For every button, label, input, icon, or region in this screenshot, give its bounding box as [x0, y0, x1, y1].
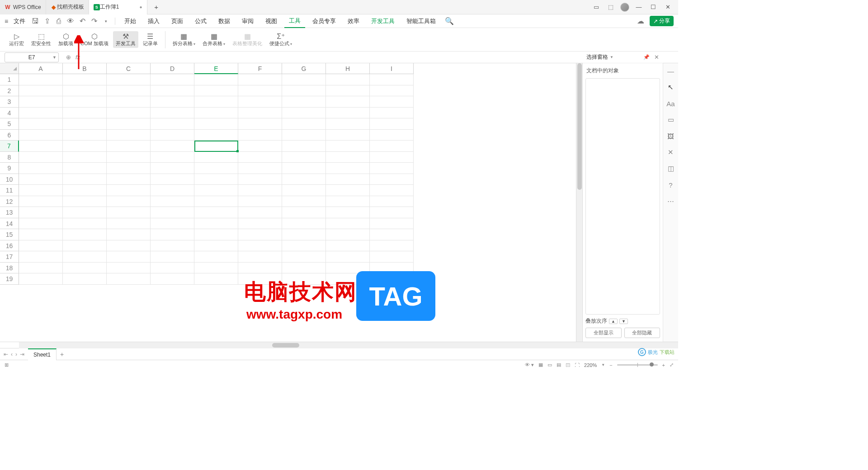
cell[interactable] [151, 141, 194, 152]
row-header[interactable]: 15 [0, 229, 19, 240]
hide-all-button[interactable]: 全部隐藏 [624, 328, 660, 338]
chevron-down-icon[interactable]: ▼ [52, 55, 57, 60]
cell[interactable] [326, 218, 370, 230]
cell[interactable] [151, 152, 194, 163]
show-all-button[interactable]: 全部显示 [585, 328, 622, 338]
cell[interactable] [151, 240, 194, 252]
menu-view[interactable]: 视图 [261, 14, 282, 28]
row-header[interactable]: 14 [0, 218, 19, 230]
add-sheet-button[interactable]: + [57, 351, 67, 358]
row-header[interactable]: 3 [0, 96, 19, 108]
panel-icon[interactable]: ▭ [666, 115, 676, 125]
cell[interactable] [19, 196, 63, 207]
cell[interactable] [107, 141, 151, 152]
cell[interactable] [63, 263, 107, 274]
row-header[interactable]: 5 [0, 118, 19, 130]
col-header-A[interactable]: A [19, 63, 63, 74]
chevron-down-icon[interactable]: ▼ [610, 55, 613, 59]
cell[interactable] [370, 218, 414, 230]
cell[interactable] [107, 263, 151, 274]
cell[interactable] [19, 141, 63, 152]
cell[interactable] [282, 174, 326, 185]
cell[interactable] [238, 85, 282, 97]
cell[interactable] [19, 251, 63, 263]
cell[interactable] [326, 130, 370, 141]
cell[interactable] [107, 218, 151, 230]
cell[interactable] [194, 263, 238, 274]
menu-data[interactable]: 数据 [214, 14, 235, 28]
cell[interactable] [238, 163, 282, 174]
cell[interactable] [63, 240, 107, 252]
cell[interactable] [282, 74, 326, 85]
cell[interactable] [19, 174, 63, 185]
hamburger-icon[interactable]: ≡ [5, 18, 8, 25]
share-button[interactable]: ↗分享 [650, 16, 674, 26]
cell[interactable] [194, 74, 238, 85]
search-fx-icon[interactable]: ⊕ [66, 54, 71, 61]
cell[interactable] [107, 174, 151, 185]
cell[interactable] [107, 118, 151, 130]
cell[interactable] [238, 130, 282, 141]
qat-undo-icon[interactable]: ↶ [78, 17, 87, 26]
fullscreen-icon[interactable]: ⛶ [575, 362, 580, 367]
cell[interactable] [370, 229, 414, 240]
cell[interactable] [326, 263, 370, 274]
grid-icon[interactable]: ▦ [538, 362, 543, 367]
qat-print-icon[interactable]: ⎙ [54, 17, 63, 26]
cell[interactable] [238, 207, 282, 218]
view-normal-icon[interactable]: ▭ [547, 362, 552, 367]
tab-templates[interactable]: ◆ 找稻壳模板 [46, 0, 89, 14]
cell[interactable] [238, 174, 282, 185]
cell[interactable] [194, 152, 238, 163]
cell[interactable] [282, 141, 326, 152]
user-avatar[interactable] [620, 3, 629, 12]
vertical-scrollbar[interactable] [576, 63, 582, 342]
menu-insert[interactable]: 插入 [143, 14, 164, 28]
cell[interactable] [151, 207, 194, 218]
up-button[interactable]: ▲ [609, 319, 618, 324]
zoom-in-button[interactable]: + [662, 362, 665, 367]
cell[interactable] [63, 273, 107, 285]
qat-save-icon[interactable]: 🖫 [31, 17, 40, 26]
zoom-knob[interactable] [650, 362, 654, 367]
cell[interactable] [370, 108, 414, 119]
cell[interactable] [151, 163, 194, 174]
cell[interactable] [63, 152, 107, 163]
cell[interactable] [194, 163, 238, 174]
cell[interactable] [326, 185, 370, 196]
cell[interactable] [151, 251, 194, 263]
cell[interactable] [282, 273, 326, 285]
cell[interactable] [63, 163, 107, 174]
cell[interactable] [326, 163, 370, 174]
cell[interactable] [370, 174, 414, 185]
cell[interactable] [19, 263, 63, 274]
menu-smart[interactable]: 智能工具箱 [402, 14, 440, 28]
cell[interactable] [326, 118, 370, 130]
cell[interactable] [282, 163, 326, 174]
cell[interactable] [151, 85, 194, 97]
row-header[interactable]: 17 [0, 251, 19, 263]
cell[interactable] [151, 96, 194, 108]
status-left-icon[interactable]: ⊞ [5, 362, 9, 367]
cell[interactable] [19, 74, 63, 85]
cell[interactable] [282, 207, 326, 218]
cell[interactable] [194, 118, 238, 130]
cell[interactable] [194, 174, 238, 185]
row-header[interactable]: 1 [0, 74, 19, 85]
cell[interactable] [370, 196, 414, 207]
cell[interactable] [370, 263, 414, 274]
image-icon[interactable]: 🖼 [666, 131, 676, 141]
cell[interactable] [370, 163, 414, 174]
cell[interactable] [151, 196, 194, 207]
minimize-button[interactable]: — [634, 2, 644, 12]
cell[interactable] [151, 229, 194, 240]
cell[interactable] [326, 174, 370, 185]
cell[interactable] [370, 240, 414, 252]
cell[interactable] [370, 273, 414, 285]
cell[interactable] [194, 229, 238, 240]
ribbon-addins[interactable]: ⬡加载项 [56, 31, 76, 48]
cell[interactable] [238, 263, 282, 274]
cell[interactable] [107, 185, 151, 196]
sheet-tab-sheet1[interactable]: Sheet1 [28, 348, 57, 360]
select-all-corner[interactable] [0, 63, 19, 74]
